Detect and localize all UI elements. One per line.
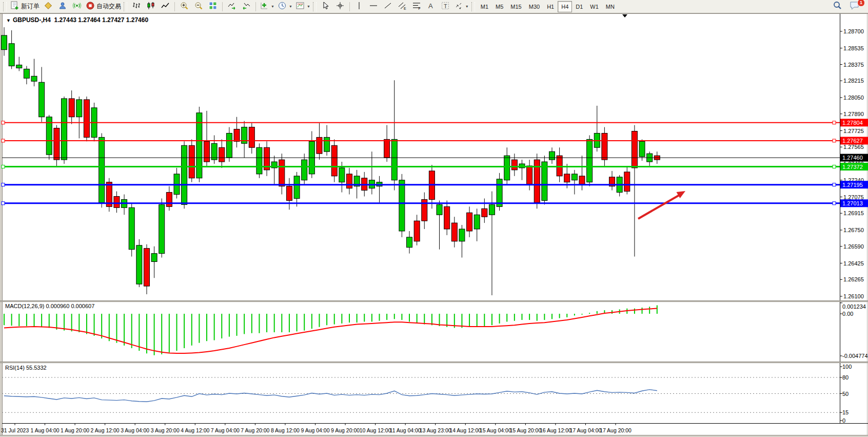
chart-plot-surface[interactable]: 1.287001.285351.283751.282151.280501.278… xyxy=(0,0,868,437)
candle-down xyxy=(144,249,149,286)
price-tick-label: 1.28700 xyxy=(843,28,864,34)
line-handle[interactable] xyxy=(2,121,5,124)
candle-down xyxy=(331,145,337,176)
text-label-button[interactable]: T xyxy=(438,1,452,13)
person-icon xyxy=(58,1,67,12)
signal-waves-icon xyxy=(72,1,82,12)
price-tick-label: 1.28215 xyxy=(843,78,864,84)
candle-down xyxy=(54,128,60,160)
price-badge-label: 1.27195 xyxy=(842,182,863,188)
candle-down xyxy=(286,186,292,201)
trendline-button[interactable] xyxy=(381,1,395,13)
rsi-axis-label: 50 xyxy=(842,391,849,397)
candle-up xyxy=(302,160,307,180)
time-tick-label: 4 Aug 12:00 xyxy=(181,427,209,433)
time-tick-label: 7 Aug 04:00 xyxy=(211,427,240,433)
channel-button[interactable]: E xyxy=(395,1,409,13)
candle-down xyxy=(444,206,450,229)
main-toolbar: 新订单 自动交易 xyxy=(0,0,868,13)
tab-timeframe-M5[interactable]: M5 xyxy=(492,1,507,12)
price-tick-label: 1.28535 xyxy=(843,45,864,51)
tab-timeframe-H1[interactable]: H1 xyxy=(543,1,558,12)
text-button[interactable]: A xyxy=(424,1,438,13)
crosshair-icon xyxy=(336,1,345,12)
chart-title-symbol: GBPUSD-,H4 xyxy=(13,16,51,24)
zoom-in-button[interactable] xyxy=(177,1,191,13)
candle-up xyxy=(62,99,67,160)
candle-up xyxy=(159,204,165,253)
line-handle[interactable] xyxy=(2,202,5,205)
auto-trading-button[interactable]: 自动交易 xyxy=(84,1,123,13)
line-handle[interactable] xyxy=(833,121,836,124)
tab-timeframe-M30[interactable]: M30 xyxy=(525,1,543,12)
tab-timeframe-W1[interactable]: W1 xyxy=(586,1,602,12)
svg-text:F: F xyxy=(418,7,420,10)
horizontal-line-button[interactable] xyxy=(366,1,381,13)
indicators-button[interactable]: ▼ xyxy=(258,1,276,13)
candle-down xyxy=(69,99,74,117)
candle-down xyxy=(317,137,322,154)
candlestick-chart-icon xyxy=(146,1,155,12)
rsi-axis-label: 0 xyxy=(842,417,845,424)
line-handle[interactable] xyxy=(833,165,836,168)
tile-windows-button[interactable] xyxy=(206,1,220,13)
toolbar-grip xyxy=(124,2,127,11)
price-tick-label: 1.26915 xyxy=(843,210,864,216)
community-button[interactable] xyxy=(55,1,70,13)
line-handle[interactable] xyxy=(2,183,5,186)
candle-up xyxy=(399,180,405,231)
macd-axis-label: 0.001234 xyxy=(842,303,866,310)
tab-timeframe-M15[interactable]: M15 xyxy=(507,1,525,12)
price-tick-label: 1.28375 xyxy=(843,62,864,68)
arrows-icon xyxy=(454,1,463,12)
time-tick-label: 31 Jul 2023 xyxy=(1,427,29,433)
trendline-icon xyxy=(383,1,392,12)
arrows-button[interactable]: ▼ xyxy=(452,1,470,13)
candle-down xyxy=(414,221,420,241)
tab-timeframe-MN[interactable]: MN xyxy=(602,1,618,12)
candle-down xyxy=(557,156,562,176)
fibonacci-button[interactable]: F xyxy=(409,1,424,13)
template-icon xyxy=(295,1,305,12)
candle-down xyxy=(84,100,89,137)
candlestick-chart-button[interactable] xyxy=(144,1,158,13)
line-chart-icon xyxy=(161,1,170,12)
tile-windows-icon xyxy=(208,1,218,12)
new-order-button[interactable]: 新订单 xyxy=(9,1,41,13)
line-handle[interactable] xyxy=(833,183,836,186)
line-handle[interactable] xyxy=(2,139,5,142)
candle-up xyxy=(437,204,442,215)
tab-timeframe-D1[interactable]: D1 xyxy=(572,1,586,12)
time-tick-label: 2 Aug 12:00 xyxy=(91,427,120,433)
line-chart-button[interactable] xyxy=(158,1,172,13)
price-tick-label: 1.26750 xyxy=(843,227,864,233)
tab-timeframe-M1[interactable]: M1 xyxy=(477,1,492,12)
toolbar-grip xyxy=(3,2,7,11)
line-handle[interactable] xyxy=(833,139,836,142)
search-button[interactable] xyxy=(830,1,844,13)
zoom-out-button[interactable] xyxy=(191,1,206,13)
bar-chart-button[interactable] xyxy=(129,1,144,13)
line-handle[interactable] xyxy=(833,202,836,205)
metaeditor-icon xyxy=(44,1,53,12)
periods-button[interactable]: ▼ xyxy=(276,1,294,13)
candle-up xyxy=(571,174,577,180)
time-tick-label: 17 Aug 04:00 xyxy=(569,427,601,433)
svg-text:E: E xyxy=(404,6,406,10)
metaeditor-button[interactable] xyxy=(41,1,55,13)
auto-scroll-button[interactable] xyxy=(225,1,239,13)
chart-shift-button[interactable] xyxy=(239,1,253,13)
line-handle[interactable] xyxy=(2,165,5,168)
svg-text:T: T xyxy=(444,3,447,9)
candle-down xyxy=(166,193,172,207)
cursor-button[interactable] xyxy=(319,1,333,13)
tab-timeframe-H4[interactable]: H4 xyxy=(558,1,572,12)
candle-up xyxy=(549,151,555,160)
vertical-line-button[interactable] xyxy=(352,1,366,13)
time-tick-label: 15 Aug 04:00 xyxy=(480,427,511,433)
signals-button[interactable] xyxy=(70,1,84,13)
templates-button[interactable]: ▼ xyxy=(294,1,312,13)
notifications-button[interactable]: 1 xyxy=(847,1,862,13)
search-icon xyxy=(833,1,842,12)
crosshair-button[interactable] xyxy=(333,1,347,13)
